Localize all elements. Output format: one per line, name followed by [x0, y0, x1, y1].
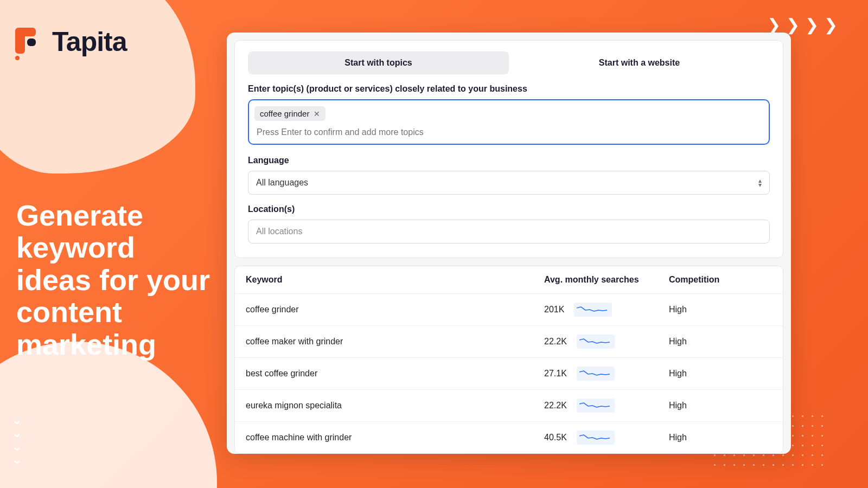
cell-keyword: coffee machine with grinder: [246, 433, 544, 442]
cell-searches: 40.5K: [544, 431, 669, 445]
cell-competition: High: [669, 305, 772, 314]
language-select[interactable]: All languages ▴▾: [248, 171, 770, 195]
tab-topics[interactable]: Start with topics: [248, 52, 509, 74]
chevron-right-icon: ❯❯❯❯: [767, 15, 843, 34]
table-row[interactable]: best coffee grinder27.1KHigh: [235, 357, 783, 389]
topic-tag-input[interactable]: coffee grinder ✕: [248, 99, 770, 145]
chip-label: coffee grinder: [260, 109, 309, 118]
cell-competition: High: [669, 433, 772, 442]
cell-searches: 27.1K: [544, 367, 669, 381]
chevron-down-icon: ⌄⌄⌄⌄: [12, 414, 22, 466]
tab-label: Start with a website: [599, 58, 680, 67]
hero-headline: Generate keyword ideas for your content …: [16, 200, 212, 361]
cell-searches: 22.2K: [544, 399, 669, 413]
location-value: All locations: [256, 227, 302, 236]
table-row[interactable]: coffee grinder201KHigh: [235, 294, 783, 325]
cell-competition: High: [669, 337, 772, 346]
table-header: Keyword Avg. monthly searches Competitio…: [235, 266, 783, 294]
tab-bar: Start with topics Start with a website: [248, 52, 770, 74]
cell-competition: High: [669, 401, 772, 410]
cell-searches: 22.2K: [544, 335, 669, 349]
topic-input[interactable]: [254, 123, 763, 139]
logo-icon: [15, 28, 43, 56]
table-row[interactable]: coffee machine with grinder40.5KHigh: [235, 421, 783, 453]
cell-keyword: best coffee grinder: [246, 369, 544, 378]
table-row[interactable]: coffee maker with grinder22.2KHigh: [235, 325, 783, 357]
results-table: Keyword Avg. monthly searches Competitio…: [234, 266, 783, 454]
tab-label: Start with topics: [344, 58, 412, 67]
cell-keyword: coffee grinder: [246, 305, 544, 314]
col-keyword: Keyword: [246, 275, 544, 285]
close-icon[interactable]: ✕: [314, 110, 320, 118]
sparkline-icon: [577, 431, 615, 445]
tab-website[interactable]: Start with a website: [509, 52, 770, 74]
keyword-tool-card: Start with topics Start with a website E…: [227, 33, 791, 454]
chevron-updown-icon: ▴▾: [758, 178, 762, 187]
cell-searches: 201K: [544, 303, 669, 317]
cell-keyword: eureka mignon specialita: [246, 401, 544, 410]
language-value: All languages: [256, 178, 308, 188]
language-label: Language: [248, 156, 770, 165]
search-panel: Start with topics Start with a website E…: [234, 40, 783, 258]
cell-keyword: coffee maker with grinder: [246, 337, 544, 346]
sparkline-icon: [577, 335, 615, 349]
brand-name: Tapita: [52, 26, 127, 57]
decorative-blob: [0, 342, 217, 488]
sparkline-icon: [577, 367, 615, 381]
table-row[interactable]: eureka mignon specialita22.2KHigh: [235, 389, 783, 421]
col-competition: Competition: [669, 275, 772, 285]
col-searches: Avg. monthly searches: [544, 275, 669, 285]
sparkline-icon: [574, 303, 612, 317]
sparkline-icon: [577, 399, 615, 413]
location-input[interactable]: All locations: [248, 220, 770, 243]
topic-chip: coffee grinder ✕: [254, 106, 326, 121]
topic-label: Enter topic(s) (product or services) clo…: [248, 84, 770, 94]
brand-logo: Tapita: [15, 26, 127, 57]
location-label: Location(s): [248, 204, 770, 214]
cell-competition: High: [669, 369, 772, 378]
